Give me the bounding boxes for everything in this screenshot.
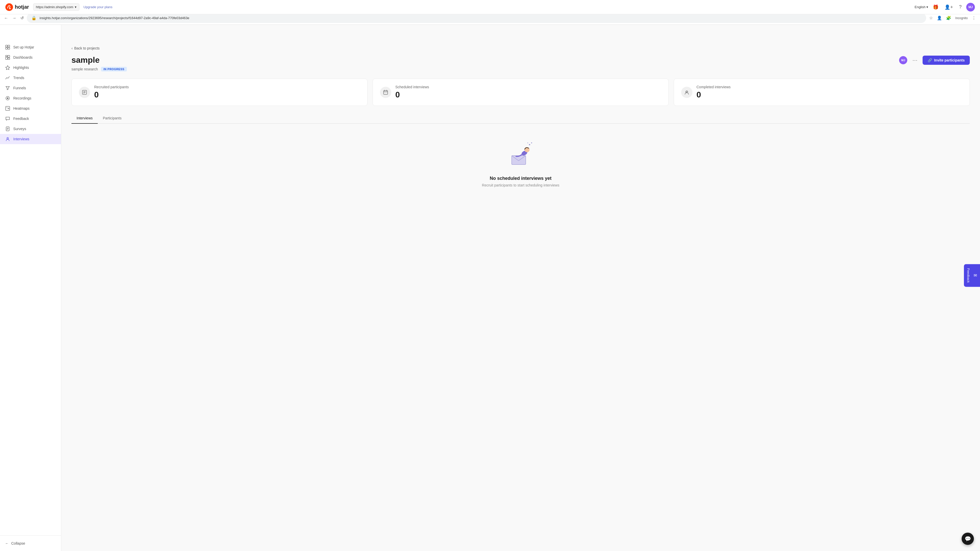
completed-icon: [681, 87, 692, 98]
empty-illustration: [505, 139, 536, 170]
svg-point-11: [7, 97, 8, 99]
feedback-side-tab[interactable]: ✉ Feedback: [964, 264, 980, 287]
address-bar[interactable]: 🔒 insights.hotjar.com/organizations/2923…: [27, 13, 926, 23]
sidebar-item-dashboards[interactable]: Dashboards: [0, 52, 61, 62]
project-title: sample: [72, 56, 100, 65]
profile-icon[interactable]: 👤: [936, 14, 943, 21]
invite-label: Invite participants: [934, 58, 965, 62]
svg-rect-4: [8, 48, 10, 49]
collapse-btn[interactable]: ← Collapse: [0, 539, 61, 548]
back-link-text: Back to projects: [74, 46, 100, 50]
project-description: sample research: [72, 67, 98, 71]
scheduled-label: Scheduled interviews: [395, 85, 429, 89]
svg-rect-8: [8, 58, 10, 59]
sidebar-funnels-label: Funnels: [13, 86, 26, 90]
forward-btn[interactable]: →: [11, 15, 18, 21]
sidebar-setup-label: Set up Hotjar: [13, 45, 34, 49]
empty-desc: Recruit participants to start scheduling…: [482, 183, 559, 187]
sidebar-interviews-label: Interviews: [13, 137, 29, 141]
url-text: insights.hotjar.com/organizations/292369…: [40, 16, 923, 20]
more-options-btn[interactable]: ⋯: [910, 56, 920, 64]
svg-rect-3: [6, 48, 7, 49]
empty-state: No scheduled interviews yet Recruit part…: [72, 124, 970, 203]
svg-point-13: [6, 107, 7, 108]
stat-card-recruited: Recruited participants 0: [72, 79, 368, 106]
svg-point-35: [531, 142, 532, 143]
tab-interviews[interactable]: Interviews: [72, 113, 98, 124]
back-btn[interactable]: ←: [3, 15, 9, 21]
content-inner: ‹ Back to projects sample MJ ⋯ 🔗 Invite …: [61, 39, 980, 210]
svg-point-36: [528, 143, 528, 143]
svg-rect-6: [8, 56, 10, 57]
sidebar-surveys-label: Surveys: [13, 127, 26, 131]
tab-participants[interactable]: Participants: [98, 113, 127, 124]
scheduled-icon: [380, 87, 391, 98]
project-header: sample MJ ⋯ 🔗 Invite participants: [72, 56, 970, 65]
svg-rect-5: [6, 56, 7, 57]
svg-marker-9: [6, 65, 10, 70]
svg-rect-1: [6, 45, 7, 47]
extensions-icon[interactable]: 🧩: [945, 14, 952, 21]
sidebar-item-recordings[interactable]: Recordings: [0, 93, 61, 103]
main-content: ‹ Back to projects sample MJ ⋯ 🔗 Invite …: [61, 25, 980, 551]
recordings-icon: [5, 96, 10, 101]
invite-participants-btn[interactable]: 🔗 Invite participants: [923, 56, 970, 65]
sidebar-item-heatmaps[interactable]: Heatmaps: [0, 103, 61, 114]
menu-icon[interactable]: ⋮: [971, 14, 977, 21]
collapse-icon: ←: [5, 541, 9, 545]
bookmark-icon[interactable]: ☆: [928, 14, 934, 21]
dashboards-icon: [5, 55, 10, 60]
scheduled-value: 0: [395, 90, 429, 100]
highlights-icon: [5, 65, 10, 70]
sidebar-item-interviews[interactable]: Interviews: [0, 134, 61, 144]
sidebar-item-feedback[interactable]: Feedback: [0, 114, 61, 124]
stat-card-scheduled: Scheduled interviews 0: [372, 79, 669, 106]
recruited-value: 0: [94, 90, 129, 100]
funnels-icon: [5, 86, 10, 91]
app-layout: hotjar https://admin.shopify.com ▾ Upgra…: [0, 25, 980, 551]
interviews-icon: [5, 137, 10, 141]
sidebar-heatmaps-label: Heatmaps: [13, 106, 30, 110]
sidebar-trends-label: Trends: [13, 76, 24, 80]
reload-btn[interactable]: ↺: [19, 14, 25, 21]
completed-label: Completed interviews: [697, 85, 731, 89]
scheduled-info: Scheduled interviews 0: [395, 85, 429, 100]
sidebar-item-funnels[interactable]: Funnels: [0, 83, 61, 93]
sidebar-footer: ← Collapse: [0, 535, 61, 551]
svg-rect-7: [6, 57, 7, 59]
incognito-label: Incognito: [954, 15, 969, 21]
sidebar-item-trends[interactable]: Trends: [0, 73, 61, 83]
chat-button[interactable]: 💬: [962, 533, 974, 545]
project-actions: MJ ⋯ 🔗 Invite participants: [899, 56, 970, 65]
recruited-label: Recruited participants: [94, 85, 129, 89]
sidebar-nav: Set up Hotjar Dashboards Highlights Tren…: [0, 39, 61, 535]
project-subtitle: sample research IN PROGRESS: [72, 67, 970, 71]
feedback-icon: [5, 116, 10, 121]
sidebar-dashboards-label: Dashboards: [13, 56, 33, 59]
feedback-tab-icon: ✉: [973, 273, 978, 278]
project-member-avatar: MJ: [899, 56, 907, 64]
svg-point-19: [7, 138, 8, 139]
invite-icon: 🔗: [928, 58, 932, 62]
recruited-icon: [79, 87, 90, 98]
chat-icon: 💬: [965, 536, 971, 542]
back-to-projects-nav[interactable]: ‹ Back to projects: [72, 46, 970, 50]
feedback-tab-label: Feedback: [966, 268, 970, 283]
sidebar-recordings-label: Recordings: [13, 96, 32, 100]
stats-row: Recruited participants 0 Scheduled inter…: [72, 79, 970, 106]
status-badge: IN PROGRESS: [101, 67, 127, 71]
collapse-label: Collapse: [11, 541, 25, 545]
content-tabs: Interviews Participants: [72, 113, 970, 124]
surveys-icon: [5, 126, 10, 131]
sidebar-item-setup[interactable]: Set up Hotjar: [0, 42, 61, 52]
completed-info: Completed interviews 0: [697, 85, 731, 100]
toolbar-actions: ☆ 👤 🧩 Incognito ⋮: [928, 14, 977, 21]
completed-value: 0: [697, 90, 731, 100]
sidebar-feedback-label: Feedback: [13, 117, 29, 121]
stat-card-completed: Completed interviews 0: [674, 79, 970, 106]
sidebar-item-highlights[interactable]: Highlights: [0, 62, 61, 73]
recruited-info: Recruited participants 0: [94, 85, 129, 100]
sidebar-item-surveys[interactable]: Surveys: [0, 124, 61, 134]
sidebar-highlights-label: Highlights: [13, 65, 29, 70]
svg-point-14: [8, 108, 9, 109]
